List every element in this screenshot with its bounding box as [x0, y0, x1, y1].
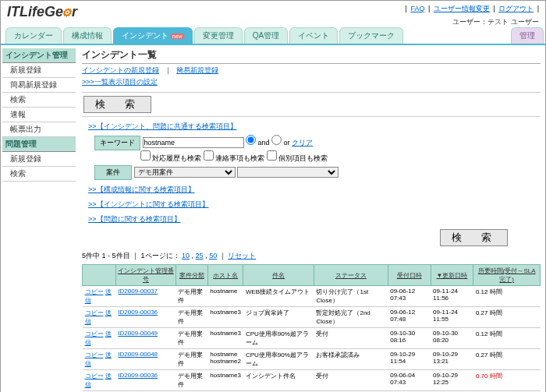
- incident-id-link[interactable]: ID2009-00037: [118, 288, 158, 295]
- or-radio[interactable]: [271, 135, 282, 145]
- chk-contact[interactable]: [204, 150, 214, 161]
- paging-count: 5件中 1 - 5件目: [82, 252, 130, 260]
- search-button-top[interactable]: 検 索: [83, 96, 151, 113]
- section-config[interactable]: >>【構成情報に関する検索項目】: [88, 185, 195, 195]
- col-status[interactable]: ステータス: [314, 265, 388, 286]
- current-user: ユーザー：テスト ユーザー: [406, 17, 539, 27]
- sidebar-item-report[interactable]: 帳票出力: [2, 122, 76, 137]
- and-radio[interactable]: [246, 135, 256, 145]
- tab-incident[interactable]: インシデント new: [113, 27, 193, 44]
- keyword-label: キーワード: [94, 136, 140, 150]
- incident-id-link[interactable]: ID2009-00036: [118, 309, 158, 316]
- copy-link[interactable]: コピー: [85, 309, 104, 316]
- sidebar: インシデント管理 新規登録 簡易新規登録 検索 速報 帳票出力 問題管理 新規登…: [1, 45, 77, 392]
- app-logo: ITLifeGe⚙r: [7, 4, 77, 20]
- display-setting-link[interactable]: >>>一覧表示項目の設定: [82, 78, 158, 86]
- faq-link[interactable]: FAQ: [410, 5, 424, 12]
- chk-individual[interactable]: [267, 150, 277, 161]
- user-edit-link[interactable]: ユーザー情報変更: [434, 5, 490, 12]
- tab-calendar[interactable]: カレンダー: [5, 27, 62, 44]
- col-received[interactable]: 受付日時: [388, 265, 431, 286]
- tab-mgmt[interactable]: 管理: [511, 27, 544, 44]
- table-row: コピー 送信ID2009-00036デモ用案件hostname3ジョブ異常終了暫…: [83, 307, 541, 328]
- keyword-input[interactable]: [143, 137, 244, 148]
- table-row: コピー 送信ID2009-00048デモ用案件hostnamehostname2…: [83, 349, 541, 370]
- incident-table: インシデント管理番号 案件分類 ホスト名 件名 ステータス 受付日時 ▼更新日時…: [82, 264, 541, 391]
- copy-link[interactable]: コピー: [85, 351, 104, 358]
- incident-id-link[interactable]: ID2009-00048: [118, 351, 158, 358]
- new-incident-link[interactable]: インシデントの新規登録: [82, 66, 159, 74]
- col-action: [83, 265, 116, 286]
- easy-new-link[interactable]: 簡易新規登録: [176, 66, 218, 74]
- search-button-bottom[interactable]: 検 索: [440, 229, 508, 246]
- incident-id-link[interactable]: ID2009-00049: [118, 330, 158, 337]
- main-tabs: カレンダー 構成情報 インシデント new 変更管理 QA管理 イベント ブック…: [1, 27, 545, 45]
- page-size-25[interactable]: 25: [196, 252, 204, 260]
- col-host[interactable]: ホスト名: [207, 265, 243, 286]
- case-label: 案件: [94, 165, 132, 180]
- case-select[interactable]: デモ用案件: [134, 167, 236, 178]
- sidebar-item-search[interactable]: 検索: [2, 93, 76, 108]
- tab-config[interactable]: 構成情報: [63, 27, 112, 44]
- sidebar-head-problem: 問題管理: [2, 137, 76, 152]
- clear-link[interactable]: クリア: [292, 139, 313, 147]
- page-size-10[interactable]: 10: [182, 252, 190, 260]
- sidebar-head-incident: インシデント管理: [2, 48, 76, 63]
- tab-qa[interactable]: QA管理: [244, 27, 288, 44]
- table-row: コピー 送信ID2009-00036デモ用案件hostname3インシデント件名…: [83, 370, 541, 391]
- incident-id-link[interactable]: ID2009-00036: [118, 372, 158, 379]
- section-incident[interactable]: >>【インシデントに関する検索項目】: [88, 200, 209, 210]
- logout-link[interactable]: ログアウト: [498, 5, 534, 12]
- gear-icon: ⚙: [62, 6, 72, 19]
- case-select-2[interactable]: [237, 167, 339, 178]
- sidebar-item-problem-new[interactable]: 新規登録: [2, 152, 76, 167]
- col-case[interactable]: 案件分類: [176, 265, 207, 286]
- copy-link[interactable]: コピー: [85, 288, 104, 295]
- sidebar-item-flash[interactable]: 速報: [2, 108, 76, 122]
- col-id[interactable]: インシデント管理番号: [115, 265, 176, 286]
- page-size-50[interactable]: 50: [209, 252, 217, 260]
- col-updated[interactable]: ▼更新日時: [431, 265, 473, 286]
- col-subject[interactable]: 件名: [243, 265, 314, 286]
- table-row: コピー 送信ID2009-00049デモ用案件hostname3CPU使用率90…: [83, 328, 541, 349]
- chk-history[interactable]: [140, 150, 151, 161]
- table-row: コピー 送信ID2009-00037デモ用案件hostnameWEB接続タイムア…: [83, 286, 541, 307]
- sidebar-item-easy-new[interactable]: 簡易新規登録: [2, 78, 76, 93]
- copy-link[interactable]: コピー: [85, 373, 104, 380]
- sidebar-item-problem-search[interactable]: 検索: [2, 167, 76, 182]
- tab-event[interactable]: イベント: [289, 27, 338, 44]
- section-common[interactable]: >>【インシデント、問題に共通する検索項目】: [88, 122, 237, 132]
- tab-change[interactable]: 変更管理: [194, 27, 243, 44]
- col-duration[interactable]: 所要時間(受付～SLA完了): [473, 265, 541, 286]
- tab-bookmark[interactable]: ブックマーク: [339, 27, 403, 44]
- reset-link[interactable]: リセット: [228, 252, 256, 260]
- section-problem[interactable]: >>【問題に関する検索項目】: [88, 214, 181, 224]
- copy-link[interactable]: コピー: [85, 330, 104, 337]
- sidebar-item-new[interactable]: 新規登録: [2, 63, 76, 78]
- page-title: インシデント一覧: [82, 48, 541, 64]
